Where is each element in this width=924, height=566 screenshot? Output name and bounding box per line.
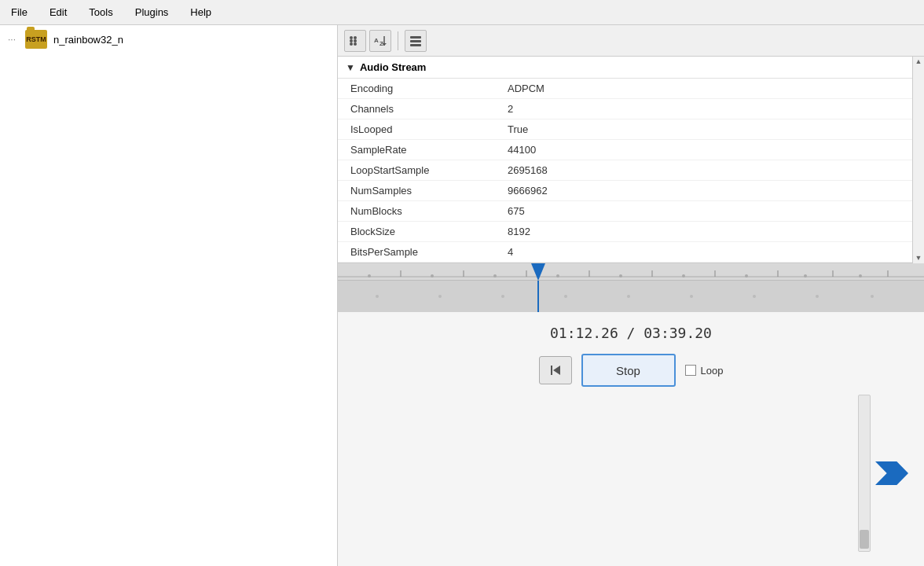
right-panel: A Z ▼ Audio Stream	[338, 25, 924, 566]
svg-point-25	[493, 274, 497, 277]
track-row	[338, 281, 924, 312]
menu-edit[interactable]: Edit	[45, 5, 72, 20]
svg-point-24	[431, 274, 434, 277]
toolbar-view-btn[interactable]	[405, 30, 427, 52]
prop-name-blocksize: BlockSize	[350, 226, 508, 237]
loop-checkbox[interactable]	[685, 365, 696, 376]
prop-name-numblocks: NumBlocks	[350, 205, 508, 217]
prop-value-loopstartsample: 2695168	[508, 164, 548, 176]
stop-button[interactable]: Stop	[581, 354, 676, 387]
playhead-triangle	[531, 263, 545, 281]
prop-row-samplerate: SampleRate 44100	[338, 140, 912, 160]
prop-row-encoding: Encoding ADPCM	[338, 79, 912, 99]
svg-point-38	[753, 295, 756, 298]
svg-point-33	[438, 295, 442, 298]
svg-rect-41	[551, 366, 552, 375]
toolbar-separator	[398, 31, 398, 50]
loop-container[interactable]: Loop	[685, 365, 724, 377]
svg-point-3	[354, 39, 357, 42]
svg-point-30	[804, 274, 807, 277]
prop-row-bitspersample: BitsPerSample 4	[338, 242, 912, 263]
svg-point-29	[745, 274, 748, 277]
prop-value-channels: 2	[508, 103, 513, 115]
az-icon: A Z	[373, 34, 387, 48]
toolbar: A Z	[338, 25, 924, 57]
playhead[interactable]	[531, 263, 545, 312]
menu-plugins[interactable]: Plugins	[130, 5, 174, 20]
playback-scroll-thumb	[860, 530, 869, 549]
prop-name-numsamples: NumSamples	[350, 185, 508, 197]
folder-icon: RSTM	[25, 30, 47, 49]
scrollbar-down-btn[interactable]: ▼	[915, 255, 922, 262]
properties-panel: ▼ Audio Stream Encoding ADPCM Channels 2…	[338, 57, 912, 263]
svg-point-34	[501, 295, 504, 298]
menu-tools[interactable]: Tools	[84, 5, 117, 20]
svg-point-0	[350, 36, 353, 39]
chevron-down-icon: ▼	[346, 62, 355, 73]
timeline[interactable]	[338, 263, 924, 312]
folder-label: RSTM	[26, 35, 46, 43]
time-display: 01:12.26 / 03:39.20	[550, 325, 712, 341]
toolbar-sort-btn[interactable]	[344, 30, 366, 52]
menu-help[interactable]: Help	[185, 5, 216, 20]
playback-area: 01:12.26 / 03:39.20 Stop Loop	[338, 263, 924, 566]
svg-point-26	[556, 274, 559, 277]
svg-point-5	[354, 42, 357, 46]
tree-ellipsis: ···	[8, 34, 16, 45]
svg-point-32	[376, 295, 379, 298]
node-name: n_rainbow32_n	[53, 34, 123, 46]
svg-rect-11	[410, 40, 421, 42]
svg-rect-10	[410, 36, 421, 39]
svg-point-36	[627, 295, 630, 298]
svg-point-35	[564, 295, 567, 298]
bottom-right-area	[858, 395, 908, 552]
svg-point-23	[368, 274, 371, 277]
prop-value-encoding: ADPCM	[508, 83, 544, 94]
left-panel: ··· RSTM n_rainbow32_n	[0, 25, 338, 566]
prop-name-loopstartsample: LoopStartSample	[350, 164, 508, 176]
prop-row-islooped: IsLooped True	[338, 119, 912, 140]
menu-file[interactable]: File	[6, 5, 32, 20]
track-dots-svg	[338, 281, 924, 312]
toolbar-az-btn[interactable]: A Z	[369, 30, 391, 52]
properties-scrollbar[interactable]: ▲ ▼	[912, 57, 924, 263]
prop-value-samplerate: 44100	[508, 144, 536, 156]
svg-point-28	[682, 274, 685, 277]
svg-point-4	[350, 42, 353, 46]
skip-to-start-button[interactable]	[539, 356, 572, 384]
prop-row-numsamples: NumSamples 9666962	[338, 181, 912, 201]
controls-row: Stop Loop	[539, 354, 724, 387]
tree-item[interactable]: ··· RSTM n_rainbow32_n	[0, 25, 337, 53]
svg-point-27	[619, 274, 622, 277]
prop-name-channels: Channels	[350, 103, 508, 115]
prop-row-numblocks: NumBlocks 675	[338, 201, 912, 222]
prop-name-bitspersample: BitsPerSample	[350, 246, 508, 258]
playback-scrollbar[interactable]	[858, 395, 871, 552]
svg-point-37	[690, 295, 693, 298]
prop-value-numsamples: 9666962	[508, 185, 548, 197]
svg-text:A: A	[374, 37, 379, 44]
menu-bar: File Edit Tools Plugins Help	[0, 0, 924, 25]
prop-row-blocksize: BlockSize 8192	[338, 222, 912, 242]
time-separator: /	[618, 325, 644, 341]
loop-label: Loop	[701, 365, 724, 377]
prop-row-channels: Channels 2	[338, 99, 912, 119]
svg-rect-12	[410, 44, 421, 46]
next-arrow-icon[interactable]	[875, 461, 908, 485]
section-title: Audio Stream	[360, 61, 427, 73]
prop-name-encoding: Encoding	[350, 83, 508, 94]
view-icon	[409, 34, 423, 48]
prop-value-blocksize: 8192	[508, 226, 530, 237]
prop-row-loopstartsample: LoopStartSample 2695168	[338, 160, 912, 181]
prop-name-samplerate: SampleRate	[350, 144, 508, 156]
sort-icon	[348, 34, 362, 48]
current-time: 01:12.26	[550, 325, 618, 341]
section-header-audio-stream[interactable]: ▼ Audio Stream	[338, 57, 912, 79]
svg-marker-42	[553, 366, 560, 375]
skip-start-icon	[548, 363, 563, 377]
prop-value-numblocks: 675	[508, 205, 525, 217]
tick-row	[338, 263, 924, 281]
tick-marks-svg	[338, 263, 924, 278]
scrollbar-up-btn[interactable]: ▲	[915, 58, 922, 65]
properties-wrapper: ▼ Audio Stream Encoding ADPCM Channels 2…	[338, 57, 924, 263]
